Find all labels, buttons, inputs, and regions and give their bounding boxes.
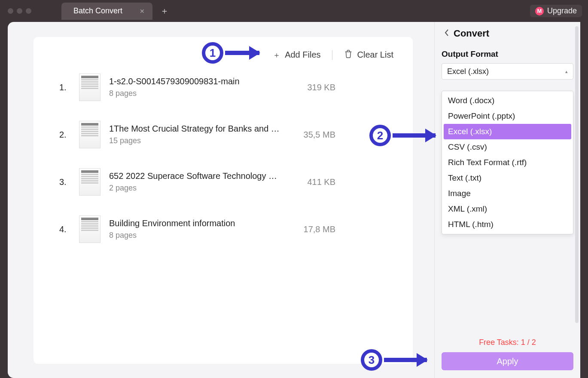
upgrade-label: Upgrade [547,6,577,15]
format-option[interactable]: Image [444,186,571,201]
titlebar: Batch Convert ✕ ＋ M Upgrade [0,0,588,22]
clear-list-label: Clear List [357,50,393,60]
format-option[interactable]: Rich Text Format (.rtf) [444,155,571,170]
main-window: ＋ Add Files Clear List 1.1-s2.0-S0014579… [8,22,580,378]
apply-label: Apply [497,356,518,366]
output-format-select[interactable]: Excel (.xlsx) ▴ [442,63,573,80]
file-info: 652 2022 Superace Software Technology CO… [109,171,281,193]
clear-list-button[interactable]: Clear List [344,49,393,61]
traffic-zoom[interactable] [26,8,31,14]
panel-title: Convert [454,28,489,39]
output-format-label: Output Format [442,49,573,59]
trash-icon [344,49,353,61]
file-pages: 8 pages [109,231,281,240]
file-name: 1The Most Crucial Strategy for Banks and… [109,124,281,134]
format-option[interactable]: XML (.xml) [444,201,571,217]
traffic-minimize[interactable] [17,8,22,14]
file-row[interactable]: 1.1-s2.0-S0014579309009831-main8 pages31… [59,74,391,101]
format-option[interactable]: Word (.docx) [444,93,571,108]
add-files-button[interactable]: ＋ Add Files [273,50,320,60]
file-size: 35,5 MB [304,130,335,140]
upgrade-badge-icon: M [535,7,544,15]
file-thumbnail [79,215,101,243]
format-option[interactable]: Text (.txt) [444,170,571,186]
free-tasks-label: Free Tasks: 1 / 2 [442,338,573,347]
file-row[interactable]: 3.652 2022 Superace Software Technology … [59,168,391,196]
file-info: 1The Most Crucial Strategy for Banks and… [109,124,281,145]
file-toolbar: ＋ Add Files Clear List [34,37,413,74]
file-row[interactable]: 2.1The Most Crucial Strategy for Banks a… [59,121,391,148]
format-option[interactable]: Excel (.xlsx) [444,124,571,139]
file-size: 319 KB [307,83,335,92]
file-row[interactable]: 4.Building Environment information8 page… [59,215,391,243]
file-index: 3. [59,177,70,187]
file-pages: 8 pages [109,89,281,98]
close-icon[interactable]: ✕ [140,8,145,15]
file-index: 1. [59,83,70,92]
file-name: Building Environment information [109,218,281,228]
dropdown-caret-icon: ▴ [565,69,568,74]
format-option[interactable]: PowerPoint (.pptx) [444,108,571,124]
file-size: 17,8 MB [304,224,335,234]
content-area: ＋ Add Files Clear List 1.1-s2.0-S0014579… [8,22,434,378]
tab-label: Batch Convert [73,6,122,15]
apply-button[interactable]: Apply [442,352,573,370]
file-name: 652 2022 Superace Software Technology CO [109,171,281,181]
tab-batch-convert[interactable]: Batch Convert ✕ [61,3,152,20]
panel-scrollbar[interactable] [575,26,579,323]
file-info: 1-s2.0-S0014579309009831-main8 pages [109,77,281,98]
selected-format-value: Excel (.xlsx) [447,67,489,76]
file-list: 1.1-s2.0-S0014579309009831-main8 pages31… [34,74,413,243]
plus-icon: ＋ [273,50,280,60]
toolbar-separator [332,50,332,60]
file-info: Building Environment information8 pages [109,218,281,240]
file-size: 411 KB [307,177,335,187]
panel-header: Convert [444,28,573,39]
file-pages: 2 pages [109,184,281,193]
file-pages: 15 pages [109,136,281,145]
upgrade-button[interactable]: M Upgrade [530,5,582,17]
file-thumbnail [79,168,101,196]
format-option[interactable]: HTML (.htm) [444,217,571,232]
window-controls [8,8,31,14]
convert-panel: Convert Output Format Excel (.xlsx) ▴ Wo… [434,22,580,378]
file-name: 1-s2.0-S0014579309009831-main [109,77,281,86]
new-tab-button[interactable]: ＋ [160,5,169,17]
file-list-card: ＋ Add Files Clear List 1.1-s2.0-S0014579… [34,37,413,364]
file-index: 4. [59,224,70,234]
file-index: 2. [59,130,70,140]
file-thumbnail [79,74,101,101]
format-option[interactable]: CSV (.csv) [444,139,571,155]
file-thumbnail [79,121,101,148]
tabs: Batch Convert ✕ ＋ [61,0,169,22]
add-files-label: Add Files [285,50,320,60]
format-dropdown: Word (.docx)PowerPoint (.pptx)Excel (.xl… [442,91,573,234]
traffic-close[interactable] [8,8,13,14]
back-icon[interactable] [444,28,449,39]
